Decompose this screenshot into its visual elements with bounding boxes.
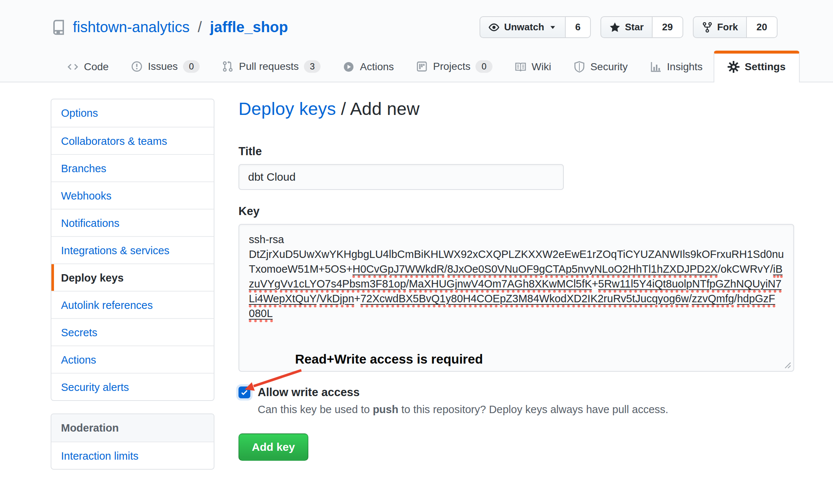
tab-label: Issues (148, 61, 178, 72)
title-field-label: Title (238, 145, 794, 158)
project-icon (416, 61, 428, 72)
sidebar-item-secrets[interactable]: Secrets (51, 318, 214, 345)
sidebar-item-security-alerts[interactable]: Security alerts (51, 373, 214, 400)
resize-handle-icon[interactable] (781, 358, 791, 369)
tab-label: Wiki (532, 61, 551, 73)
sidebar-item-notifications[interactable]: Notifications (51, 209, 214, 236)
key-text-segment: ssh-rsa (249, 234, 284, 245)
allow-write-access-checkbox[interactable] (238, 386, 250, 398)
sidebar-item-branches[interactable]: Branches (51, 154, 214, 181)
tab-label: Security (590, 61, 628, 73)
eye-icon (488, 22, 500, 33)
tab-code[interactable]: Code (56, 52, 120, 82)
sidebar-item-interaction-limits[interactable]: Interaction limits (51, 442, 214, 469)
repo-name-link[interactable]: jaffle_shop (210, 19, 288, 35)
add-key-button[interactable]: Add key (238, 433, 308, 461)
star-button[interactable]: Star (600, 16, 653, 38)
key-text-line: 080L (249, 306, 784, 321)
repo-title: fishtown-analytics / jaffle_shop (51, 19, 480, 35)
sidebar-item-autolink-references[interactable]: Autolink references (51, 291, 214, 318)
allow-write-access-label[interactable]: Allow write access (258, 386, 360, 399)
sidebar-item-options[interactable]: Options (51, 99, 214, 127)
fork-count[interactable]: 20 (747, 16, 778, 38)
key-field-label: Key (238, 205, 794, 218)
tab-actions[interactable]: Actions (332, 52, 405, 82)
code-icon (67, 61, 79, 73)
repo-separator: / (196, 19, 203, 35)
key-text-line: ssh-rsa (249, 232, 784, 247)
tab-label: Actions (360, 61, 394, 73)
fork-icon (702, 22, 713, 33)
key-text-misspelled-segment: 8JxOe0S0VNuOF9gCTAp5nvyNLoO2HhTl1hZXDJPD… (447, 263, 718, 278)
tab-projects[interactable]: Projects0 (405, 51, 504, 82)
key-text-segment: / (770, 263, 773, 275)
unwatch-button-group: Unwatch6 (480, 16, 591, 38)
key-text-misspelled-segment: MaXHUGjnwV4Om7AGh8XKwMCl5fK (409, 278, 592, 293)
annotation-text: Read+Write access is required (295, 352, 483, 367)
key-text-segment: TxomoeW51M+5OS+ (249, 263, 352, 275)
star-label: Star (625, 21, 644, 33)
key-textarea[interactable]: ssh-rsaDtZjrXuD5UwXwYKHgbgLU4lbCmBiKHLWX… (238, 224, 794, 372)
tab-insights[interactable]: Insights (639, 52, 714, 82)
main-panel: Deploy keys / Add new Title Key ssh-rsaD… (238, 99, 794, 470)
shield-icon (573, 61, 585, 73)
tab-security[interactable]: Security (562, 52, 639, 82)
tab-wiki[interactable]: Wiki (504, 52, 562, 82)
sidebar-section-header: Moderation (51, 414, 214, 442)
tab-label: Projects (433, 61, 470, 72)
key-text-segment: + (592, 278, 598, 290)
settings-sidebar: OptionsCollaborators & teamsBranchesWebh… (51, 99, 214, 470)
key-text-misspelled-segment: H0CvGpJ7WWkdR (352, 263, 444, 278)
unwatch-count[interactable]: 6 (566, 16, 591, 38)
breadcrumb-separator: / (336, 99, 350, 119)
key-text-segment: + (354, 293, 360, 304)
fork-label: Fork (717, 21, 738, 33)
sidebar-item-deploy-keys[interactable]: Deploy keys (51, 263, 214, 291)
tab-settings[interactable]: Settings (714, 51, 799, 82)
repo-icon (51, 20, 66, 35)
key-text-segment: / (444, 263, 447, 275)
key-text-misspelled-segment: 080L (249, 307, 273, 322)
key-text-line: Li4WepXtQuY/VkDjpn+72XcwdBX5BvQ1y80H4COE… (249, 291, 784, 306)
allow-write-access-help: Can this key be used to push to this rep… (258, 403, 794, 416)
github-settings-page: fishtown-analytics / jaffle_shop Unwatch… (0, 0, 833, 504)
key-text-line: zuVYgVv1cLYO7s4Pbsm3F81op/MaXHUGjnwV4Om7… (249, 276, 784, 291)
unwatch-button[interactable]: Unwatch (480, 16, 565, 38)
title-input[interactable] (238, 164, 564, 190)
breadcrumb-current: Add new (350, 99, 420, 119)
issue-icon (131, 61, 143, 72)
key-text-misspelled-segment: hdpGzF (737, 293, 775, 307)
star-icon (609, 22, 620, 33)
key-text-misspelled-segment: VkDjpn (319, 293, 354, 307)
tab-label: Code (84, 61, 109, 73)
sidebar-item-collaborators-teams[interactable]: Collaborators & teams (51, 127, 214, 154)
star-count[interactable]: 29 (653, 16, 683, 38)
check-icon (240, 388, 248, 396)
key-text-segment: DtZjrXuD5UwXwYKHgbgLU4lbCmBiKHLWX92xCXQP… (249, 248, 784, 260)
sidebar-item-webhooks[interactable]: Webhooks (51, 181, 214, 209)
key-text-misspelled-segment: zuVYgVv1cLYO7s4Pbsm3F81op (249, 278, 406, 293)
key-text-misspelled-segment: iB (773, 263, 783, 278)
star-button-group: Star29 (600, 16, 683, 38)
key-text-misspelled-segment: Li4WepXtQuY (249, 293, 316, 307)
sidebar-item-integrations-services[interactable]: Integrations & services (51, 236, 214, 263)
unwatch-label: Unwatch (504, 21, 544, 33)
caret-down-icon (549, 23, 557, 31)
gear-icon (728, 61, 739, 73)
pull-request-icon (222, 61, 234, 72)
tab-issues[interactable]: Issues0 (120, 51, 211, 82)
key-text-segment: / (406, 278, 409, 290)
sidebar-item-actions[interactable]: Actions (51, 345, 214, 373)
fork-button[interactable]: Fork (693, 16, 747, 38)
key-text-segment: / (689, 293, 692, 304)
deploy-keys-breadcrumb-link[interactable]: Deploy keys (238, 99, 336, 119)
key-field-group: Key ssh-rsaDtZjrXuD5UwXwYKHgbgLU4lbCmBiK… (238, 205, 794, 372)
sidebar-section: ModerationInteraction limits (51, 413, 214, 470)
tab-label: Insights (667, 61, 703, 73)
wiki-icon (515, 61, 526, 73)
repo-owner-link[interactable]: fishtown-analytics (73, 19, 190, 35)
tab-pull-requests[interactable]: Pull requests3 (211, 51, 332, 82)
graph-icon (650, 61, 662, 73)
key-text-line: DtZjrXuD5UwXwYKHgbgLU4lbCmBiKHLWX92xCXQP… (249, 247, 784, 262)
tab-label: Settings (745, 61, 785, 73)
